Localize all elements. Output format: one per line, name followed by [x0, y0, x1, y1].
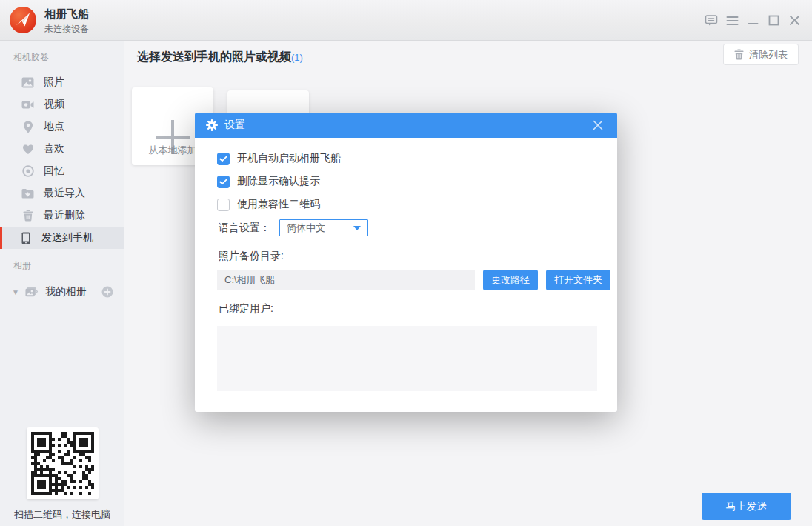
language-select[interactable]: 简体中文	[279, 219, 368, 236]
backup-path-field[interactable]: C:\相册飞船	[217, 270, 475, 290]
sidebar-item-videos[interactable]: 视频	[0, 93, 124, 116]
checkbox-compatible-qr[interactable]: 使用兼容性二维码	[217, 198, 320, 211]
sidebar-item-my-albums[interactable]: ▼ 我的相册	[0, 281, 124, 303]
page-title: 选择发送到手机的照片或视频(1)	[137, 50, 303, 65]
backup-path-row: C:\相册飞船 更改路径 打开文件夹	[217, 270, 610, 290]
trash-icon	[21, 210, 34, 222]
app-title: 相册飞船	[44, 7, 89, 21]
bound-users-list	[217, 326, 597, 391]
clear-list-button[interactable]: 清除列表	[723, 44, 799, 65]
sidebar-item-places[interactable]: 地点	[0, 116, 124, 138]
phone-icon	[19, 232, 32, 244]
page-title-text: 选择发送到手机的照片或视频	[137, 50, 291, 63]
sidebar-item-photos[interactable]: 照片	[0, 71, 124, 93]
checkbox-icon[interactable]	[217, 199, 230, 211]
window-controls	[701, 0, 805, 41]
maximize-icon[interactable]	[763, 10, 784, 32]
sidebar-item-label: 发送到手机	[41, 231, 93, 244]
language-setting-row: 语言设置： 简体中文	[219, 219, 368, 236]
minimize-icon[interactable]	[742, 10, 763, 32]
checkbox-autostart[interactable]: 开机自动启动相册飞船	[217, 152, 341, 165]
location-icon	[21, 121, 34, 133]
app-logo-icon	[9, 6, 37, 34]
language-label: 语言设置：	[219, 222, 270, 235]
sidebar-item-memories[interactable]: 回忆	[0, 160, 124, 182]
checkbox-delete-confirm[interactable]: 删除显示确认提示	[217, 175, 320, 188]
qr-code	[27, 427, 99, 499]
my-albums-label: 我的相册	[45, 285, 87, 299]
heart-icon	[21, 143, 34, 156]
import-icon	[21, 187, 34, 200]
send-now-button[interactable]: 马上发送	[702, 493, 791, 520]
sidebar: 相机胶卷 照片 视频 地点 喜欢 回忆	[0, 41, 124, 526]
sidebar-section-albums: 相册	[0, 249, 124, 279]
qr-caption: 扫描二维码，连接电脑	[0, 508, 124, 522]
clear-list-label: 清除列表	[749, 48, 788, 61]
open-folder-button[interactable]: 打开文件夹	[546, 270, 610, 290]
dropdown-arrow-icon	[353, 226, 361, 230]
sidebar-item-recently-deleted[interactable]: 最近删除	[0, 204, 124, 227]
checkbox-label: 使用兼容性二维码	[237, 198, 320, 211]
add-album-button[interactable]	[102, 286, 113, 298]
sidebar-item-label: 地点	[44, 120, 64, 133]
sidebar-item-label: 回忆	[44, 164, 64, 178]
backup-dir-label: 照片备份目录:	[219, 250, 284, 263]
album-icon	[25, 286, 38, 299]
sidebar-item-label: 最近导入	[44, 187, 85, 200]
video-icon	[21, 99, 34, 111]
checkbox-label: 删除显示确认提示	[237, 175, 320, 188]
language-value: 简体中文	[287, 222, 325, 235]
checkbox-icon[interactable]	[217, 153, 230, 165]
checkbox-label: 开机自动启动相册飞船	[237, 152, 341, 165]
sidebar-item-recent-imports[interactable]: 最近导入	[0, 182, 124, 204]
titlebar: 相册飞船 未连接设备	[0, 0, 812, 41]
checkbox-icon[interactable]	[217, 176, 230, 188]
sidebar-item-label: 最近删除	[44, 209, 85, 222]
close-icon[interactable]	[784, 10, 805, 32]
settings-dialog-body: 开机自动启动相册飞船 删除显示确认提示 使用兼容性二维码 语言设置： 简体中文 …	[195, 138, 617, 412]
sidebar-item-send-to-phone[interactable]: 发送到手机	[0, 227, 124, 249]
settings-dialog-title: 设置	[224, 119, 245, 132]
sidebar-section-camera-roll: 相机胶卷	[0, 41, 124, 71]
dialog-close-icon[interactable]	[588, 113, 608, 138]
feedback-icon[interactable]	[701, 10, 722, 32]
qr-section: 扫描二维码，连接电脑	[0, 427, 124, 522]
change-path-button[interactable]: 更改路径	[483, 270, 538, 290]
trash-icon	[734, 49, 744, 60]
gear-icon	[206, 119, 218, 131]
connection-status: 未连接设备	[44, 23, 89, 36]
menu-icon[interactable]	[722, 10, 742, 32]
memories-icon	[21, 165, 34, 178]
sidebar-item-label: 照片	[44, 76, 64, 89]
settings-dialog: 设置 开机自动启动相册飞船 删除显示确认提示 使用兼容性二维码	[195, 113, 617, 412]
sidebar-item-favorites[interactable]: 喜欢	[0, 138, 124, 160]
chevron-down-icon[interactable]: ▼	[12, 288, 22, 296]
sidebar-item-label: 视频	[44, 98, 64, 111]
photo-icon	[21, 76, 34, 89]
sidebar-item-label: 喜欢	[44, 142, 64, 156]
settings-dialog-header: 设置	[195, 113, 617, 138]
selected-count: (1)	[291, 52, 303, 63]
bound-users-label: 已绑定用户:	[219, 302, 273, 316]
